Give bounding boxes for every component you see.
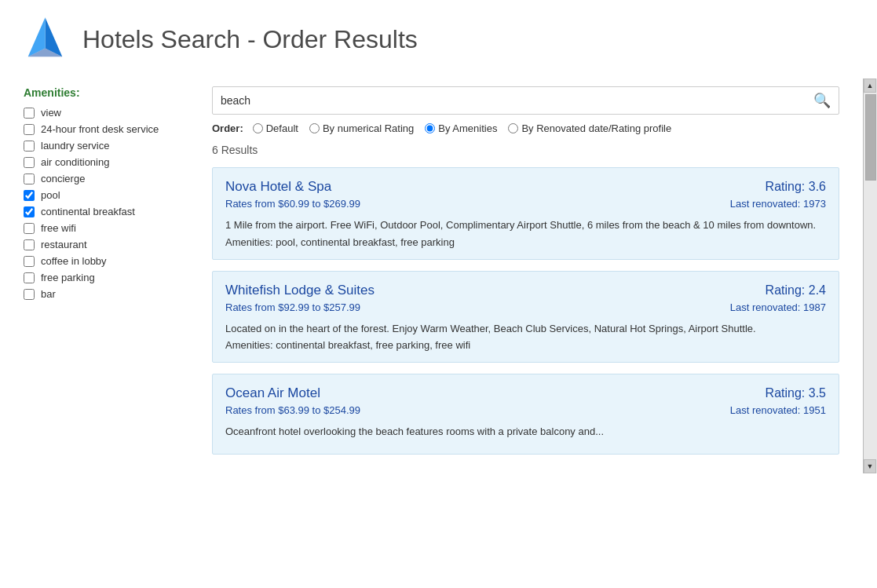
order-row: Order: DefaultBy numerical RatingBy Amen…: [212, 122, 839, 134]
right-content: 🔍 Order: DefaultBy numerical RatingBy Am…: [212, 79, 863, 473]
hotel-rating-whitefish: Rating: 2.4: [766, 283, 826, 298]
order-option-label-by-amenities: By Amenities: [438, 122, 497, 134]
order-radio-renovated-rating[interactable]: [508, 123, 518, 133]
search-input[interactable]: [221, 94, 813, 107]
order-options: DefaultBy numerical RatingBy AmenitiesBy…: [253, 122, 679, 134]
amenity-label-free-parking: free parking: [41, 272, 95, 283]
hotel-card-header-ocean-air: Ocean Air Motel Rating: 3.5: [225, 385, 826, 401]
amenity-label-view: view: [41, 107, 61, 119]
amenity-item-coffee-lobby[interactable]: coffee in lobby: [24, 255, 196, 267]
order-radio-default[interactable]: [253, 123, 263, 133]
search-button[interactable]: 🔍: [813, 92, 831, 109]
amenity-label-24hour: 24-hour front desk service: [41, 123, 159, 135]
amenity-checkbox-restaurant[interactable]: [24, 239, 35, 250]
amenity-item-continental-breakfast[interactable]: continental breakfast: [24, 206, 196, 217]
amenity-label-ac: air conditioning: [41, 156, 109, 168]
main-layout: Amenities: view24-hour front desk servic…: [0, 79, 877, 473]
scrollbar[interactable]: ▲ ▼: [863, 79, 877, 473]
hotel-card-header-whitefish: Whitefish Lodge & Suites Rating: 2.4: [225, 283, 826, 298]
amenities-heading: Amenities:: [24, 86, 196, 99]
amenity-label-concierge: concierge: [41, 173, 85, 184]
amenity-checkbox-laundry[interactable]: [24, 141, 35, 152]
amenity-item-bar[interactable]: bar: [24, 288, 196, 300]
page-title: Hotels Search - Order Results: [82, 25, 418, 54]
hotel-renovated-nova: Last renovated: 1973: [730, 198, 826, 210]
amenity-label-pool: pool: [41, 189, 60, 201]
hotel-description-whitefish: Located on in the heart of the forest. E…: [225, 321, 826, 337]
hotel-amenities-text-whitefish: Amenities: continental breakfast, free p…: [225, 339, 826, 351]
amenity-item-laundry[interactable]: laundry service: [24, 140, 196, 152]
amenity-checkbox-bar[interactable]: [24, 289, 35, 300]
hotel-card-ocean-air: Ocean Air Motel Rating: 3.5 Rates from $…: [212, 374, 839, 455]
amenity-item-restaurant[interactable]: restaurant: [24, 239, 196, 250]
amenity-label-bar: bar: [41, 288, 56, 300]
header: Hotels Search - Order Results: [0, 0, 877, 79]
sidebar: Amenities: view24-hour front desk servic…: [0, 79, 212, 473]
order-option-label-default: Default: [266, 122, 298, 134]
hotel-name-whitefish[interactable]: Whitefish Lodge & Suites: [225, 283, 375, 298]
app-container: Hotels Search - Order Results Amenities:…: [0, 0, 877, 588]
hotel-card-header-nova: Nova Hotel & Spa Rating: 3.6: [225, 179, 826, 195]
hotel-amenities-text-nova: Amenities: pool, continental breakfast, …: [225, 236, 826, 248]
amenity-label-restaurant: restaurant: [41, 239, 87, 250]
search-bar: 🔍: [212, 86, 839, 115]
scroll-up-button[interactable]: ▲: [864, 79, 876, 93]
amenity-checkbox-concierge[interactable]: [24, 173, 35, 184]
hotel-renovated-whitefish: Last renovated: 1987: [730, 301, 826, 313]
amenity-label-laundry: laundry service: [41, 140, 109, 152]
hotel-card-nova: Nova Hotel & Spa Rating: 3.6 Rates from …: [212, 167, 839, 260]
amenity-item-24hour[interactable]: 24-hour front desk service: [24, 123, 196, 135]
hotel-name-ocean-air[interactable]: Ocean Air Motel: [225, 385, 320, 401]
hotel-description-nova: 1 Mile from the airport. Free WiFi, Outd…: [225, 217, 826, 233]
hotel-rates-ocean-air: Rates from $63.99 to $254.99: [225, 404, 360, 416]
amenity-item-concierge[interactable]: concierge: [24, 173, 196, 184]
amenity-item-free-wifi[interactable]: free wifi: [24, 222, 196, 234]
amenity-checkbox-view[interactable]: [24, 108, 35, 119]
amenity-item-ac[interactable]: air conditioning: [24, 156, 196, 168]
order-option-renovated-rating[interactable]: By Renovated date/Rating profile: [508, 122, 671, 134]
scroll-thumb[interactable]: [865, 94, 876, 181]
amenities-list: view24-hour front desk servicelaundry se…: [24, 107, 196, 300]
amenity-item-free-parking[interactable]: free parking: [24, 272, 196, 283]
order-label: Order:: [212, 122, 243, 134]
amenity-label-continental-breakfast: continental breakfast: [41, 206, 135, 217]
hotel-description-ocean-air: Oceanfront hotel overlooking the beach f…: [225, 424, 826, 440]
hotel-rates-row-whitefish: Rates from $92.99 to $257.99 Last renova…: [225, 301, 826, 313]
hotel-rates-whitefish: Rates from $92.99 to $257.99: [225, 301, 360, 313]
amenity-checkbox-pool[interactable]: [24, 190, 35, 201]
amenity-item-pool[interactable]: pool: [24, 189, 196, 201]
amenity-label-coffee-lobby: coffee in lobby: [41, 255, 107, 267]
order-option-label-numerical-rating: By numerical Rating: [323, 122, 414, 134]
order-radio-by-amenities[interactable]: [425, 123, 435, 133]
app-logo-icon: [24, 16, 67, 63]
scroll-down-button[interactable]: ▼: [864, 459, 876, 473]
hotel-renovated-ocean-air: Last renovated: 1951: [730, 404, 826, 416]
order-option-label-renovated-rating: By Renovated date/Rating profile: [521, 122, 671, 134]
results-count: 6 Results: [212, 144, 855, 156]
hotel-rates-row-nova: Rates from $60.99 to $269.99 Last renova…: [225, 198, 826, 210]
order-option-default[interactable]: Default: [253, 122, 298, 134]
hotel-rates-row-ocean-air: Rates from $63.99 to $254.99 Last renova…: [225, 404, 826, 416]
order-radio-numerical-rating[interactable]: [309, 123, 320, 133]
hotel-name-nova[interactable]: Nova Hotel & Spa: [225, 179, 331, 195]
amenity-checkbox-free-wifi[interactable]: [24, 223, 35, 234]
amenity-checkbox-24hour[interactable]: [24, 124, 35, 135]
hotel-rating-ocean-air: Rating: 3.5: [766, 386, 826, 400]
amenity-checkbox-continental-breakfast[interactable]: [24, 206, 35, 217]
hotel-card-whitefish: Whitefish Lodge & Suites Rating: 2.4 Rat…: [212, 271, 839, 363]
amenity-checkbox-coffee-lobby[interactable]: [24, 256, 35, 267]
order-option-by-amenities[interactable]: By Amenities: [425, 122, 497, 134]
hotel-rating-nova: Rating: 3.6: [766, 180, 826, 194]
amenity-item-view[interactable]: view: [24, 107, 196, 119]
amenity-checkbox-ac[interactable]: [24, 157, 35, 168]
hotel-rates-nova: Rates from $60.99 to $269.99: [225, 198, 360, 210]
amenity-label-free-wifi: free wifi: [41, 222, 76, 234]
amenity-checkbox-free-parking[interactable]: [24, 272, 35, 283]
hotels-list: Nova Hotel & Spa Rating: 3.6 Rates from …: [212, 167, 855, 455]
order-option-numerical-rating[interactable]: By numerical Rating: [309, 122, 414, 134]
